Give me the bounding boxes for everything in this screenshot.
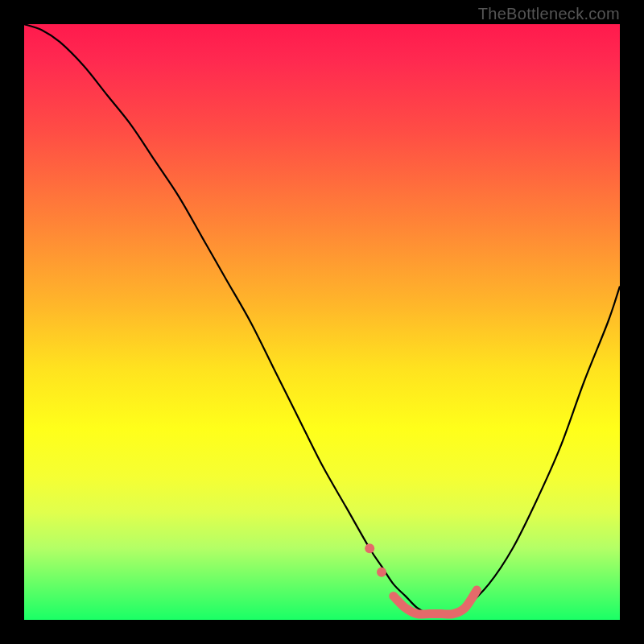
chart-frame: TheBottleneck.com: [0, 0, 644, 644]
optimal-range-marker: [394, 590, 477, 614]
bottleneck-curve: [24, 24, 620, 614]
plot-area: [24, 24, 620, 620]
watermark-text: TheBottleneck.com: [478, 5, 620, 23]
marker-dot-1: [365, 543, 374, 553]
curve-layer: [24, 24, 620, 620]
marker-dot-2: [377, 568, 386, 577]
